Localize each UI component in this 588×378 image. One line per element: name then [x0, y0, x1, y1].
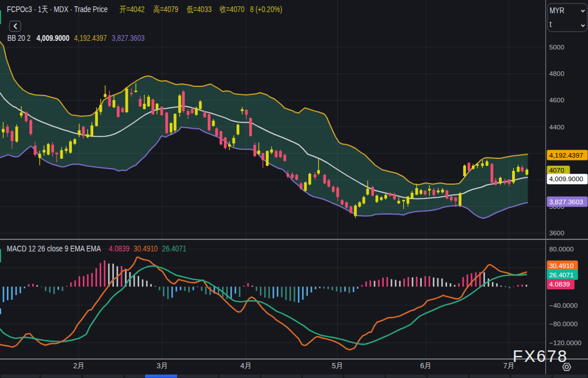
svg-text:4,192.4397: 4,192.4397	[549, 151, 583, 159]
svg-text:30.4910: 30.4910	[549, 262, 574, 270]
svg-text:4,009.9000: 4,009.9000	[549, 175, 583, 183]
svg-text:高=4079: 高=4079	[154, 5, 178, 14]
svg-text:FX678: FX678	[513, 347, 568, 365]
svg-text:FCPOc3 · 1天 · MDX · Trade Pric: FCPOc3 · 1天 · MDX · Trade Price	[7, 5, 108, 14]
svg-text:26.4071: 26.4071	[162, 244, 186, 254]
svg-text:4800: 4800	[549, 70, 565, 78]
svg-text:30.4910: 30.4910	[133, 244, 158, 254]
svg-text:收=4070: 收=4070	[220, 5, 245, 14]
svg-text:−80.0000: −80.0000	[549, 320, 578, 328]
svg-text:6月: 6月	[420, 362, 431, 370]
svg-text:BB 20 2: BB 20 2	[7, 33, 30, 43]
svg-text:4,009.9000: 4,009.9000	[37, 33, 70, 43]
svg-text:2月: 2月	[73, 362, 84, 370]
svg-text:5000: 5000	[549, 43, 565, 51]
svg-text:MYR: MYR	[549, 6, 564, 16]
svg-text:3月: 3月	[156, 362, 167, 370]
svg-text:5月: 5月	[332, 362, 343, 370]
svg-text:4,192.4397: 4,192.4397	[74, 33, 107, 43]
svg-text:26.4071: 26.4071	[549, 271, 574, 279]
svg-text:t: t	[549, 20, 552, 29]
svg-text:4600: 4600	[549, 96, 565, 104]
svg-text:3,827.3603: 3,827.3603	[112, 33, 144, 43]
svg-text:3600: 3600	[549, 229, 565, 237]
svg-text:4400: 4400	[549, 123, 565, 131]
svg-text:8 (+0.20%): 8 (+0.20%)	[250, 5, 282, 14]
svg-text:MACD 12 26 close 9 EMA EMA: MACD 12 26 close 9 EMA EMA	[7, 244, 101, 254]
svg-text:4.0839: 4.0839	[109, 244, 129, 254]
svg-text:−40.0000: −40.0000	[549, 301, 578, 310]
svg-text:4070: 4070	[549, 166, 565, 174]
svg-text:80.0000: 80.0000	[549, 245, 574, 253]
svg-text:4.0839: 4.0839	[549, 280, 570, 288]
svg-text:低=4033: 低=4033	[186, 5, 212, 14]
svg-text:开=4042: 开=4042	[120, 5, 144, 14]
svg-text:4月: 4月	[240, 362, 251, 370]
svg-text:3,827.3603: 3,827.3603	[549, 198, 583, 206]
svg-text:−120.0000: −120.0000	[549, 339, 582, 347]
